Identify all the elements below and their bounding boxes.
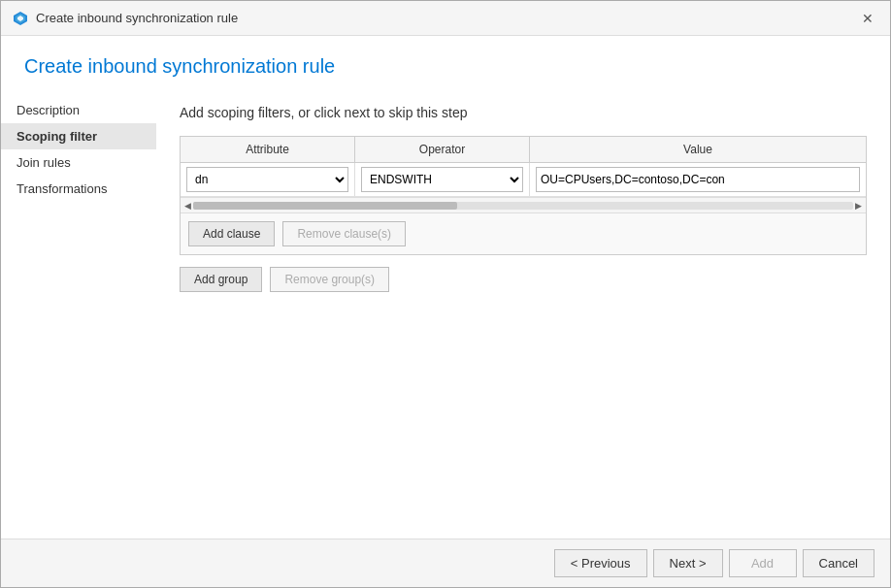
title-bar-left: Create inbound synchronization rule: [13, 11, 238, 26]
remove-group-button[interactable]: Remove group(s): [270, 267, 389, 292]
value-cell: [530, 163, 866, 196]
attribute-select[interactable]: dn: [186, 167, 348, 192]
scroll-left-arrow[interactable]: ◀: [182, 201, 193, 211]
sidebar-item-transformations[interactable]: Transformations: [1, 176, 156, 202]
sidebar-item-join-rules[interactable]: Join rules: [1, 149, 156, 176]
cancel-button[interactable]: Cancel: [803, 549, 874, 577]
scrollbar-thumb: [193, 202, 457, 210]
horizontal-scrollbar[interactable]: ◀ ▶: [181, 197, 866, 212]
add-button[interactable]: Add: [729, 549, 797, 577]
title-bar-title: Create inbound synchronization rule: [36, 11, 238, 25]
value-input[interactable]: [536, 167, 860, 192]
group-buttons: Add group Remove group(s): [180, 267, 867, 292]
main-area: Add scoping filters, or click next to sk…: [156, 89, 890, 539]
dialog-content: Create inbound synchronization rule Desc…: [1, 36, 890, 587]
content-area: Add scoping filters, or click next to sk…: [156, 89, 890, 539]
col-header-value: Value: [530, 137, 866, 162]
scrollbar-track: [193, 202, 853, 210]
sync-icon: [13, 11, 28, 26]
add-clause-button[interactable]: Add clause: [188, 221, 275, 246]
close-button[interactable]: ✕: [857, 8, 878, 29]
remove-clause-button[interactable]: Remove clause(s): [282, 221, 406, 246]
operator-select[interactable]: ENDSWITH: [361, 167, 523, 192]
col-header-attribute: Attribute: [181, 137, 355, 162]
section-title: Add scoping filters, or click next to sk…: [180, 105, 867, 120]
dialog: Create inbound synchronization rule ✕ Cr…: [0, 0, 891, 588]
next-button[interactable]: Next >: [653, 549, 723, 577]
sidebar-item-scoping-filter[interactable]: Scoping filter: [1, 123, 156, 149]
sidebar-item-description[interactable]: Description: [1, 97, 156, 123]
page-heading: Create inbound synchronization rule: [24, 55, 867, 78]
table-row: dn ENDSWITH: [181, 163, 866, 197]
scroll-right-arrow[interactable]: ▶: [853, 201, 864, 211]
operator-cell: ENDSWITH: [355, 163, 530, 196]
title-bar: Create inbound synchronization rule ✕: [1, 1, 890, 36]
footer: < Previous Next > Add Cancel: [1, 539, 890, 587]
page-header: Create inbound synchronization rule: [1, 36, 890, 89]
filter-table-header: Attribute Operator Value: [181, 137, 866, 163]
filter-table-container: Attribute Operator Value dn: [180, 136, 867, 255]
col-header-operator: Operator: [355, 137, 530, 162]
attribute-cell: dn: [181, 163, 355, 196]
sidebar: Description Scoping filter Join rules Tr…: [1, 89, 156, 539]
clause-buttons: Add clause Remove clause(s): [181, 212, 866, 254]
dialog-main: Description Scoping filter Join rules Tr…: [1, 89, 890, 539]
previous-button[interactable]: < Previous: [554, 549, 647, 577]
add-group-button[interactable]: Add group: [180, 267, 262, 292]
